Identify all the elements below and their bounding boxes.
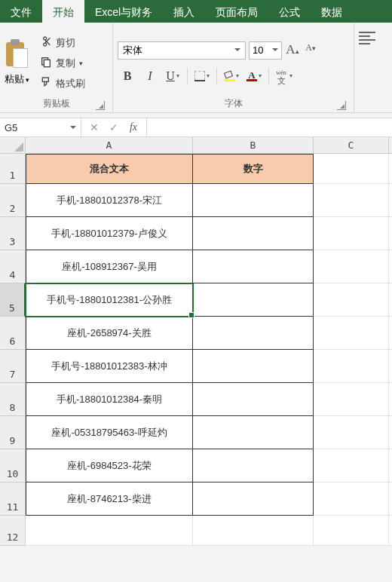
dialog-launcher-icon[interactable] (96, 101, 105, 110)
tab-insert[interactable]: 插入 (163, 0, 205, 23)
fx-button[interactable]: fx (124, 121, 143, 133)
chevron-down-icon[interactable] (272, 48, 278, 54)
tab-file[interactable]: 文件 (0, 0, 42, 23)
chevron-down-icon[interactable]: ▾ (79, 60, 83, 67)
row-header-2[interactable]: 2 (0, 184, 26, 217)
cell-C8[interactable] (314, 383, 389, 416)
row-header-4[interactable]: 4 (0, 250, 26, 283)
row-header-3[interactable]: 3 (0, 217, 26, 250)
formula-input[interactable] (147, 118, 392, 136)
row-header-9[interactable]: 9 (0, 416, 26, 449)
cell-B7[interactable] (193, 350, 314, 383)
column-header-B[interactable]: B (193, 137, 314, 154)
cell-A9[interactable]: 座机-05318795463-呼延灼 (26, 416, 193, 449)
cell-A11[interactable]: 座机-8746213-柴进 (26, 482, 193, 516)
cell-B10[interactable] (193, 449, 314, 482)
cancel-button[interactable]: ✕ (84, 121, 104, 133)
svg-rect-2 (42, 78, 48, 81)
phonetic-button[interactable]: wén 文 ▾ (274, 67, 293, 85)
increase-font-button[interactable]: A▴ (285, 42, 300, 59)
italic-button[interactable]: I (140, 67, 160, 85)
tab-page-layout[interactable]: 页面布局 (205, 0, 268, 23)
row-header-7[interactable]: 7 (0, 350, 26, 383)
cell-C6[interactable] (314, 317, 389, 350)
row-header-6[interactable]: 6 (0, 317, 26, 350)
format-painter-button[interactable]: 格式刷 (40, 76, 85, 90)
chevron-down-icon[interactable]: ▾ (26, 76, 29, 84)
cell-A6[interactable]: 座机-2658974-关胜 (26, 317, 193, 350)
row-header-12[interactable]: 12 (0, 516, 26, 546)
row-header-5[interactable]: 5 (0, 283, 26, 317)
cell-C5[interactable] (314, 283, 389, 317)
cell-A1[interactable]: 混合文本 (26, 154, 193, 184)
tab-excel-finance[interactable]: Excel与财务 (84, 0, 163, 23)
cell-C1[interactable] (314, 154, 389, 184)
cell-A2[interactable]: 手机-18801012378-宋江 (26, 184, 193, 217)
column-header-C[interactable]: C (314, 137, 389, 154)
cell-A3[interactable]: 手机-18801012379-卢俊义 (26, 217, 193, 250)
name-box[interactable]: G5 (0, 118, 81, 136)
chevron-down-icon[interactable]: ▾ (289, 72, 292, 79)
cut-label: 剪切 (56, 36, 75, 50)
bold-button[interactable]: B (118, 67, 137, 85)
paste-button[interactable]: 粘贴▾ (5, 36, 34, 86)
cell-B8[interactable] (193, 383, 314, 416)
cell-B4[interactable] (193, 250, 314, 283)
row-header-11[interactable]: 11 (0, 482, 26, 516)
decrease-font-button[interactable]: A▾ (303, 42, 318, 59)
dialog-launcher-icon[interactable] (337, 101, 346, 110)
cell-A10[interactable]: 座机-6984523-花荣 (26, 449, 193, 482)
separator (268, 68, 269, 84)
font-color-icon: A (247, 71, 257, 81)
chevron-down-icon[interactable] (234, 48, 240, 54)
chevron-down-icon[interactable]: ▾ (176, 72, 179, 79)
cell-B5[interactable] (193, 283, 314, 317)
font-size-combo[interactable]: 10 (249, 41, 282, 60)
cell-A8[interactable]: 手机-18801012384-秦明 (26, 383, 193, 416)
font-group-label: 字体 (225, 98, 243, 109)
chevron-down-icon[interactable]: ▾ (236, 72, 239, 79)
font-name-combo[interactable]: 宋体 (118, 41, 246, 60)
cell-A7[interactable]: 手机号-18801012383-林冲 (26, 350, 193, 383)
align-left-icon[interactable] (359, 32, 375, 45)
chevron-down-icon[interactable]: ▾ (259, 72, 262, 79)
cut-button[interactable]: 剪切 (40, 35, 85, 50)
cell-C10[interactable] (314, 449, 389, 482)
tab-formula[interactable]: 公式 (268, 0, 311, 23)
column-header-A[interactable]: A (26, 137, 193, 154)
cell-B12[interactable] (193, 516, 314, 546)
cell-B3[interactable] (193, 217, 314, 250)
ribbon: 粘贴▾ 剪切 复制 ▾ (0, 23, 392, 113)
cell-A5[interactable]: 手机号-18801012381-公孙胜 (26, 283, 193, 317)
select-all-corner[interactable] (0, 137, 26, 154)
copy-button[interactable]: 复制 ▾ (40, 56, 85, 70)
borders-button[interactable]: ▾ (192, 67, 212, 85)
cell-C7[interactable] (314, 350, 389, 383)
cell-C12[interactable] (314, 516, 389, 546)
underline-button[interactable]: U▾ (163, 67, 182, 85)
row-header-8[interactable]: 8 (0, 383, 26, 416)
cell-C9[interactable] (314, 416, 389, 449)
cell-A4[interactable]: 座机-108912367-吴用 (26, 250, 193, 283)
row-header-10[interactable]: 10 (0, 449, 26, 482)
row-header-1[interactable]: 1 (0, 154, 26, 184)
cell-C11[interactable] (314, 482, 389, 516)
cell-C2[interactable] (314, 184, 389, 217)
tab-home[interactable]: 开始 (42, 0, 84, 23)
cell-B2[interactable] (193, 184, 314, 217)
tab-data[interactable]: 数据 (311, 0, 353, 23)
cell-A12[interactable] (26, 516, 193, 546)
cell-C4[interactable] (314, 250, 389, 283)
cell-C3[interactable] (314, 217, 389, 250)
chevron-down-icon[interactable] (70, 126, 76, 132)
cell-B6[interactable] (193, 317, 314, 350)
cell-edge-5 (389, 283, 392, 317)
chevron-down-icon[interactable]: ▾ (207, 72, 210, 79)
font-color-button[interactable]: A ▾ (244, 67, 264, 85)
cell-B1[interactable]: 数字 (193, 154, 314, 184)
cell-B11[interactable] (193, 482, 314, 516)
paste-icon (5, 39, 29, 69)
fill-color-button[interactable]: ▾ (222, 67, 241, 85)
enter-button[interactable]: ✓ (104, 121, 124, 133)
cell-B9[interactable] (193, 416, 314, 449)
